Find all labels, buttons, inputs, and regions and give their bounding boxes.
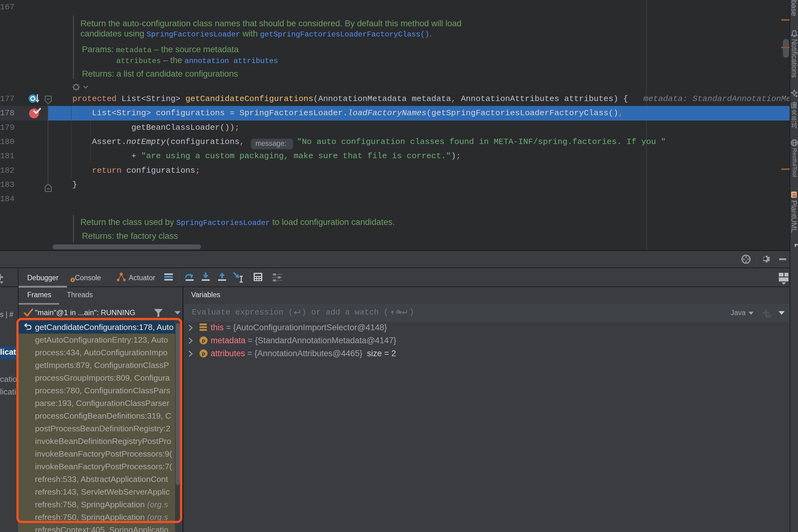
svg-text:p: p — [202, 350, 205, 357]
svg-text:p: p — [202, 338, 205, 344]
